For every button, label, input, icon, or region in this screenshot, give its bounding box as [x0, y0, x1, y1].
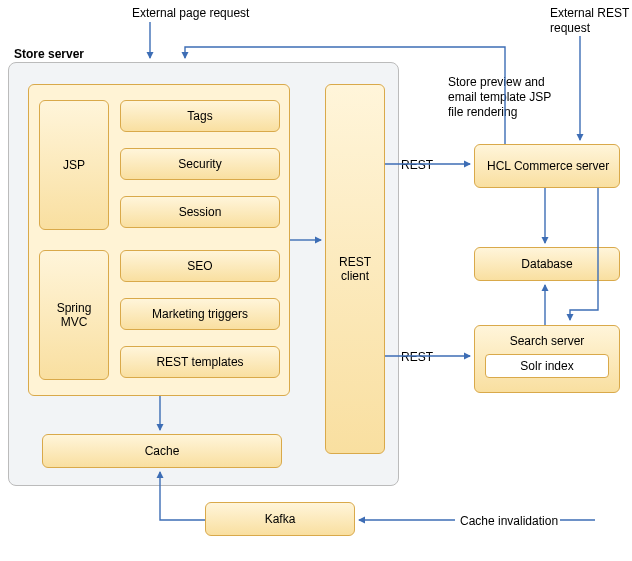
box-security: Security [120, 148, 280, 180]
box-kafka: Kafka [205, 502, 355, 536]
box-marketing-triggers: Marketing triggers [120, 298, 280, 330]
text-jsp: JSP [63, 158, 85, 172]
box-solr-index: Solr index [485, 354, 609, 378]
text-rest-client: REST client [334, 255, 376, 283]
label-rest-1: REST [401, 158, 433, 173]
box-search-server: Search server Solr index [474, 325, 620, 393]
box-seo: SEO [120, 250, 280, 282]
box-cache: Cache [42, 434, 282, 468]
label-rest-2: REST [401, 350, 433, 365]
box-jsp: JSP [39, 100, 109, 230]
label-external-page-request: External page request [132, 6, 249, 21]
box-database: Database [474, 247, 620, 281]
text-kafka: Kafka [265, 512, 296, 526]
box-tags: Tags [120, 100, 280, 132]
text-spring-mvc: Spring MVC [48, 301, 100, 329]
box-rest-templates: REST templates [120, 346, 280, 378]
text-hcl-commerce-server: HCL Commerce server [487, 159, 609, 173]
box-hcl-commerce-server: HCL Commerce server [474, 144, 620, 188]
label-cache-invalidation: Cache invalidation [460, 514, 558, 529]
text-solr-index: Solr index [520, 359, 573, 373]
text-database: Database [521, 257, 572, 271]
store-server-title: Store server [14, 47, 84, 62]
text-session: Session [179, 205, 222, 219]
text-seo: SEO [187, 259, 212, 273]
text-rest-templates: REST templates [156, 355, 243, 369]
text-search-server: Search server [485, 334, 609, 348]
text-tags: Tags [187, 109, 212, 123]
text-marketing-triggers: Marketing triggers [152, 307, 248, 321]
box-session: Session [120, 196, 280, 228]
text-security: Security [178, 157, 221, 171]
box-rest-client: REST client [325, 84, 385, 454]
text-cache: Cache [145, 444, 180, 458]
label-store-preview: Store preview and email template JSP fil… [448, 75, 568, 120]
box-spring-mvc: Spring MVC [39, 250, 109, 380]
label-external-rest-request: External REST request [550, 6, 632, 36]
